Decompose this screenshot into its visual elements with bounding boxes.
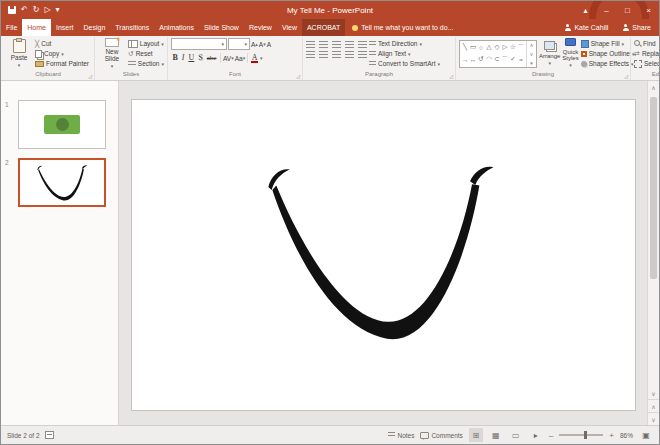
- format-painter-button[interactable]: Format Painter: [35, 59, 89, 68]
- align-text-button[interactable]: Align Text ▾: [369, 49, 440, 58]
- columns-icon[interactable]: [358, 51, 367, 58]
- shape-icon[interactable]: ↺: [478, 55, 483, 63]
- spellcheck-icon[interactable]: [45, 431, 54, 439]
- shape-icon[interactable]: ╲: [463, 43, 467, 51]
- text-direction-button[interactable]: Text Direction ▾: [369, 39, 440, 48]
- shape-fill-button[interactable]: Shape Fill ▾: [581, 39, 635, 48]
- tab-file[interactable]: File: [1, 19, 22, 36]
- numbering-icon[interactable]: [319, 41, 328, 48]
- start-from-beginning-icon[interactable]: ▷: [44, 1, 50, 19]
- redo-icon[interactable]: ↻: [33, 1, 40, 19]
- customize-qat-icon[interactable]: ▾: [56, 1, 60, 19]
- align-right-icon[interactable]: [332, 51, 341, 58]
- scrollbar-thumb[interactable]: [650, 97, 657, 279]
- tell-me-box[interactable]: Tell me what you want to do...: [345, 19, 460, 36]
- slide-thumbnail-1[interactable]: 1: [5, 100, 112, 149]
- tab-insert[interactable]: Insert: [51, 19, 79, 36]
- align-left-icon[interactable]: [306, 51, 315, 58]
- undo-icon[interactable]: ↶: [21, 1, 28, 19]
- font-size-combo[interactable]: ▾: [228, 38, 250, 50]
- ribbon-display-options-icon[interactable]: ▴: [575, 1, 596, 19]
- shapes-gallery[interactable]: ╲ ▭ ○ △ ◇ ▷ ☆ ⌒ → ↔ ↺ ◠ ⊂ ⌒ ✓: [459, 40, 537, 68]
- new-slide-button[interactable]: New Slide ▾: [98, 38, 126, 69]
- shape-icon[interactable]: ☆: [510, 43, 516, 51]
- decrease-indent-icon[interactable]: [332, 41, 341, 48]
- find-button[interactable]: Find: [634, 39, 659, 48]
- save-icon[interactable]: [8, 6, 16, 14]
- change-case-button[interactable]: Aa▾: [235, 55, 245, 62]
- scroll-down-icon[interactable]: ∨: [648, 387, 659, 399]
- justify-icon[interactable]: [345, 51, 354, 58]
- maximize-icon[interactable]: □: [617, 1, 638, 19]
- shape-icon[interactable]: ○: [479, 44, 483, 51]
- line-spacing-icon[interactable]: [358, 41, 367, 48]
- underline-button[interactable]: U: [187, 52, 196, 64]
- scroll-up-icon[interactable]: ∧: [648, 81, 659, 93]
- shape-icon[interactable]: ✓: [510, 55, 515, 63]
- shape-icon[interactable]: ▷: [503, 43, 508, 51]
- zoom-in-icon[interactable]: +: [609, 431, 614, 440]
- normal-view-icon[interactable]: ⊞: [469, 428, 483, 442]
- replace-button[interactable]: ⇄ Replace ▾: [634, 49, 659, 58]
- clipboard-dialog-launcher[interactable]: ◿: [88, 73, 92, 79]
- font-dialog-launcher[interactable]: ◿: [296, 73, 300, 79]
- tab-home[interactable]: Home: [22, 19, 51, 36]
- bold-button[interactable]: B: [171, 52, 179, 64]
- tab-slide-show[interactable]: Slide Show: [199, 19, 244, 36]
- share-button[interactable]: Share: [614, 19, 659, 36]
- font-color-button[interactable]: A: [250, 52, 259, 64]
- tab-animations[interactable]: Animations: [154, 19, 199, 36]
- drawing-dialog-launcher[interactable]: ◿: [624, 73, 628, 79]
- shape-icon[interactable]: →: [462, 56, 469, 63]
- slide-2-preview[interactable]: [18, 158, 106, 207]
- tab-acrobat[interactable]: ACROBAT: [302, 19, 345, 36]
- shape-icon[interactable]: ≈: [519, 56, 523, 63]
- copy-button[interactable]: Copy ▾: [35, 49, 89, 58]
- tab-review[interactable]: Review: [244, 19, 277, 36]
- previous-slide-icon[interactable]: ∧: [648, 399, 659, 412]
- slide-thumbnail-2[interactable]: 2: [5, 158, 112, 207]
- increase-indent-icon[interactable]: [345, 41, 354, 48]
- reset-button[interactable]: ↺ Reset: [128, 49, 164, 58]
- shape-icon[interactable]: ⊂: [494, 55, 499, 63]
- gallery-more-icon[interactable]: ▾: [530, 60, 533, 66]
- vertical-scrollbar[interactable]: ∧ ∨ ∧ ∨: [647, 81, 659, 425]
- arrange-button[interactable]: Arrange ▾: [539, 38, 560, 68]
- shape-icon[interactable]: ◇: [495, 43, 500, 51]
- slide-sorter-view-icon[interactable]: ▦: [489, 428, 503, 442]
- decrease-font-button[interactable]: A▾: [259, 41, 266, 48]
- font-name-combo[interactable]: ▾: [171, 38, 227, 50]
- align-center-icon[interactable]: [319, 51, 328, 58]
- current-slide[interactable]: [131, 99, 636, 411]
- shape-outline-button[interactable]: Shape Outline ▾: [581, 49, 635, 58]
- comments-button[interactable]: Comments: [420, 432, 462, 439]
- slide-1-preview[interactable]: [18, 100, 106, 149]
- notes-button[interactable]: Notes: [388, 432, 414, 439]
- shape-icon[interactable]: ↔: [470, 56, 477, 63]
- character-spacing-button[interactable]: AV▾: [223, 55, 234, 62]
- paste-button[interactable]: Paste ▾: [5, 38, 33, 69]
- gallery-down-icon[interactable]: ∨: [530, 51, 534, 57]
- paragraph-dialog-launcher[interactable]: ◿: [449, 73, 453, 79]
- scrollbar-track[interactable]: [648, 93, 659, 387]
- layout-button[interactable]: Layout ▾: [128, 39, 164, 48]
- zoom-level[interactable]: 86%: [620, 432, 633, 439]
- tab-transitions[interactable]: Transitions: [110, 19, 154, 36]
- next-slide-icon[interactable]: ∨: [648, 412, 659, 425]
- shape-effects-button[interactable]: Shape Effects ▾: [581, 59, 635, 68]
- bullets-icon[interactable]: [306, 41, 315, 48]
- increase-font-button[interactable]: A▴: [251, 41, 258, 48]
- zoom-out-icon[interactable]: –: [549, 431, 553, 440]
- section-button[interactable]: Section ▾: [128, 59, 164, 68]
- close-icon[interactable]: ×: [638, 1, 659, 19]
- tab-design[interactable]: Design: [78, 19, 110, 36]
- clear-formatting-button[interactable]: A: [267, 41, 271, 48]
- cut-button[interactable]: ╳ Cut: [35, 39, 89, 48]
- select-button[interactable]: Select ▾: [634, 59, 659, 68]
- shape-icon[interactable]: ⌒: [502, 55, 509, 64]
- tab-view[interactable]: View: [277, 19, 302, 36]
- reading-view-icon[interactable]: ▭: [509, 428, 523, 442]
- quick-styles-button[interactable]: Quick Styles ▾: [562, 38, 578, 68]
- smile-drawing[interactable]: [267, 165, 493, 342]
- shape-icon[interactable]: ▭: [470, 43, 476, 51]
